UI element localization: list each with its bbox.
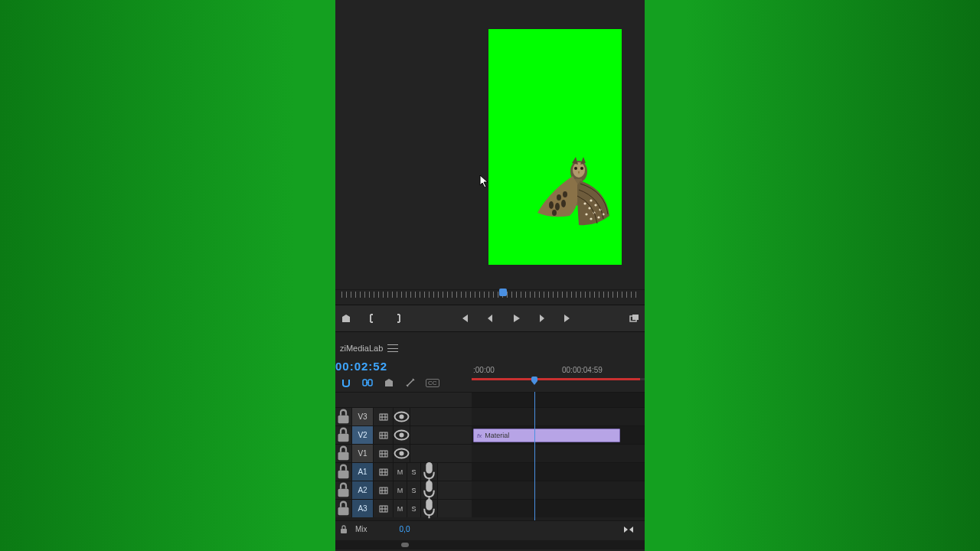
- svg-rect-21: [632, 315, 639, 320]
- timeline-playhead-icon[interactable]: [530, 377, 539, 386]
- svg-point-11: [594, 204, 596, 206]
- add-marker-button[interactable]: [383, 377, 395, 389]
- track-label[interactable]: A3: [352, 500, 374, 517]
- svg-rect-58: [338, 507, 349, 516]
- track-label[interactable]: V1: [352, 445, 374, 462]
- svg-rect-39: [338, 452, 349, 461]
- monitor-time-ruler[interactable]: [335, 289, 645, 298]
- svg-rect-25: [338, 416, 349, 424]
- mute-toggle[interactable]: M: [394, 463, 407, 481]
- ruler-ticks-icon: [341, 292, 639, 298]
- sync-lock-toggle[interactable]: [374, 500, 394, 517]
- timeline-tools: CC: [340, 377, 439, 389]
- timeline-scrollbar[interactable]: [335, 540, 645, 549]
- play-button[interactable]: [510, 312, 522, 324]
- track-lane[interactable]: fx Material: [472, 426, 645, 444]
- mix-value[interactable]: 0,0: [400, 525, 410, 533]
- track-label[interactable]: A1: [352, 463, 374, 481]
- mark-in-button[interactable]: [340, 312, 352, 324]
- solo-toggle[interactable]: S: [407, 500, 421, 517]
- ruler-label: :00:00: [473, 366, 495, 374]
- svg-point-4: [549, 201, 554, 209]
- solo-toggle[interactable]: S: [407, 481, 421, 499]
- svg-rect-46: [338, 471, 349, 479]
- track-label[interactable]: V2: [352, 426, 374, 444]
- go-to-end-button[interactable]: [623, 523, 634, 536]
- mute-toggle[interactable]: M: [394, 500, 407, 517]
- svg-point-10: [590, 199, 592, 201]
- track-v1: V1: [335, 444, 645, 462]
- linked-selection-button[interactable]: [361, 377, 374, 389]
- go-to-in-button[interactable]: [458, 312, 470, 324]
- lock-toggle[interactable]: [335, 445, 352, 462]
- track-visibility-toggle[interactable]: [394, 408, 410, 425]
- ruler-label: 00:00:04:59: [562, 366, 603, 374]
- record-toggle[interactable]: [421, 500, 438, 517]
- bracket-out-button[interactable]: [392, 312, 404, 324]
- track-lane[interactable]: [472, 481, 645, 499]
- program-monitor: [335, 0, 645, 285]
- track-a2: A2 M S: [335, 481, 645, 499]
- track-lane[interactable]: [472, 500, 645, 517]
- timeline-ruler[interactable]: :00:00 00:00:04:59: [472, 366, 645, 387]
- panel-menu-icon[interactable]: [387, 344, 398, 352]
- record-toggle[interactable]: [421, 481, 438, 499]
- settings-button[interactable]: [404, 377, 416, 389]
- sync-lock-toggle[interactable]: [374, 408, 394, 425]
- transport-bar: [335, 305, 645, 332]
- lock-toggle[interactable]: [335, 408, 352, 425]
- svg-rect-57: [426, 481, 432, 492]
- track-label[interactable]: A2: [352, 481, 374, 499]
- scrollbar-thumb[interactable]: [401, 543, 409, 547]
- track-lane[interactable]: [472, 445, 645, 462]
- track-a3: A3 M S: [335, 499, 645, 517]
- track-lane[interactable]: [472, 463, 645, 481]
- track-label[interactable]: V3: [352, 408, 374, 425]
- svg-point-16: [585, 213, 587, 215]
- go-to-out-button[interactable]: [562, 312, 574, 324]
- lock-toggle[interactable]: [335, 426, 352, 444]
- snap-button[interactable]: [340, 377, 352, 389]
- record-toggle[interactable]: [421, 463, 438, 481]
- svg-rect-64: [341, 529, 347, 533]
- svg-point-6: [561, 200, 566, 207]
- owl-subject-icon: [536, 153, 612, 236]
- lock-toggle[interactable]: [335, 463, 352, 481]
- mix-label: Mix: [355, 525, 368, 533]
- captions-button[interactable]: CC: [426, 379, 439, 387]
- fx-badge-icon: fx: [477, 432, 482, 439]
- svg-point-1: [573, 162, 585, 178]
- lock-toggle[interactable]: [335, 500, 352, 517]
- cursor-icon: [479, 174, 488, 188]
- track-visibility-toggle[interactable]: [394, 426, 410, 444]
- solo-toggle[interactable]: S: [407, 463, 421, 481]
- preview-canvas[interactable]: [488, 29, 622, 265]
- svg-point-15: [597, 216, 599, 218]
- bracket-in-button[interactable]: [366, 312, 378, 324]
- video-clip[interactable]: fx Material: [473, 429, 620, 442]
- svg-rect-63: [426, 499, 432, 510]
- current-timecode[interactable]: 00:02:52: [335, 360, 387, 373]
- monitor-playhead-icon[interactable]: [499, 289, 507, 296]
- step-forward-button[interactable]: [536, 312, 548, 324]
- track-lane[interactable]: [472, 408, 645, 425]
- svg-point-3: [580, 167, 583, 170]
- mix-track: Mix 0,0: [335, 520, 645, 537]
- mute-toggle[interactable]: M: [394, 481, 407, 499]
- svg-point-31: [400, 415, 404, 419]
- svg-point-8: [563, 191, 567, 197]
- sequence-tab[interactable]: ziMediaLab: [335, 344, 387, 353]
- export-frame-button[interactable]: [628, 312, 640, 324]
- sync-lock-toggle[interactable]: [374, 481, 394, 499]
- sync-lock-toggle[interactable]: [374, 445, 394, 462]
- step-back-button[interactable]: [484, 312, 496, 324]
- track-a1: A1 M S: [335, 462, 645, 481]
- sync-lock-toggle[interactable]: [374, 463, 394, 481]
- lock-toggle[interactable]: [335, 481, 352, 499]
- track-visibility-toggle[interactable]: [394, 445, 410, 462]
- sync-lock-toggle[interactable]: [374, 426, 394, 444]
- tracks-panel: V3 V2 fx Material: [335, 392, 645, 531]
- svg-point-2: [574, 167, 577, 170]
- render-bar: [472, 378, 640, 380]
- lock-toggle[interactable]: [335, 525, 352, 534]
